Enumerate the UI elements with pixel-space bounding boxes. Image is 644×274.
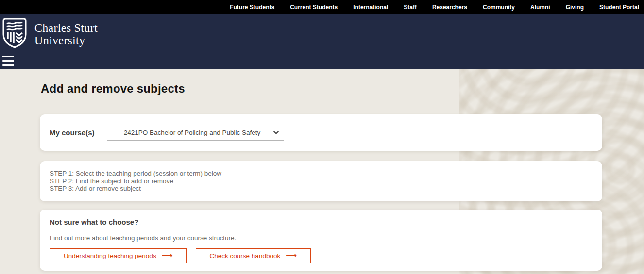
university-shield-icon	[2, 18, 27, 48]
course-label: My course(s)	[50, 129, 107, 137]
understanding-teaching-periods-button[interactable]: Understanding teaching periods ⟶	[50, 248, 187, 263]
step-3-text: STEP 3: Add or remove subject	[50, 185, 593, 193]
nav-alumni[interactable]: Alumni	[530, 4, 550, 11]
course-card: My course(s) 2421PO Bachelor of Policing…	[40, 114, 602, 151]
main-content: Add and remove subjects My course(s) 242…	[0, 69, 644, 274]
help-body-text: Find out more about teaching periods and…	[50, 234, 593, 242]
nav-future-students[interactable]: Future Students	[230, 4, 274, 11]
steps-card: STEP 1: Select the teaching period (sess…	[40, 161, 602, 201]
university-wordmark: Charles Sturt University	[34, 21, 98, 47]
hamburger-menu-icon[interactable]	[2, 56, 14, 66]
help-card: Not sure what to choose? Find out more a…	[40, 210, 602, 271]
nav-student-portal[interactable]: Student Portal	[599, 4, 639, 11]
nav-staff[interactable]: Staff	[404, 4, 417, 11]
utility-nav: Future Students Current Students Interna…	[0, 0, 644, 14]
nav-current-students[interactable]: Current Students	[290, 4, 338, 11]
nav-researchers[interactable]: Researchers	[432, 4, 467, 11]
page: Future Students Current Students Interna…	[0, 0, 644, 274]
step-2-text: STEP 2: Find the subject to add or remov…	[50, 177, 593, 185]
arrow-right-icon: ⟶	[162, 252, 173, 259]
course-select[interactable]: 2421PO Bachelor of Policing and Public S…	[107, 125, 284, 141]
nav-giving[interactable]: Giving	[566, 4, 584, 11]
wordmark-line2: University	[34, 34, 98, 47]
nav-international[interactable]: International	[353, 4, 388, 11]
wordmark-line1: Charles Sturt	[34, 21, 98, 34]
page-title: Add and remove subjects	[41, 82, 185, 96]
help-heading: Not sure what to choose?	[50, 218, 593, 226]
help-button-row: Understanding teaching periods ⟶ Check c…	[50, 248, 593, 263]
hamburger-bar	[2, 56, 14, 58]
course-select-wrap: 2421PO Bachelor of Policing and Public S…	[107, 125, 284, 141]
nav-community[interactable]: Community	[483, 4, 515, 11]
step-1-text: STEP 1: Select the teaching period (sess…	[50, 170, 593, 177]
button-label: Understanding teaching periods	[64, 252, 156, 259]
hamburger-bar	[2, 60, 14, 62]
hamburger-bar	[2, 64, 14, 66]
arrow-right-icon: ⟶	[286, 252, 297, 259]
site-header: Charles Sturt University	[0, 14, 644, 69]
button-label: Check course handbook	[210, 252, 281, 259]
check-course-handbook-button[interactable]: Check course handbook ⟶	[196, 248, 311, 263]
university-logo[interactable]: Charles Sturt University	[2, 18, 98, 48]
